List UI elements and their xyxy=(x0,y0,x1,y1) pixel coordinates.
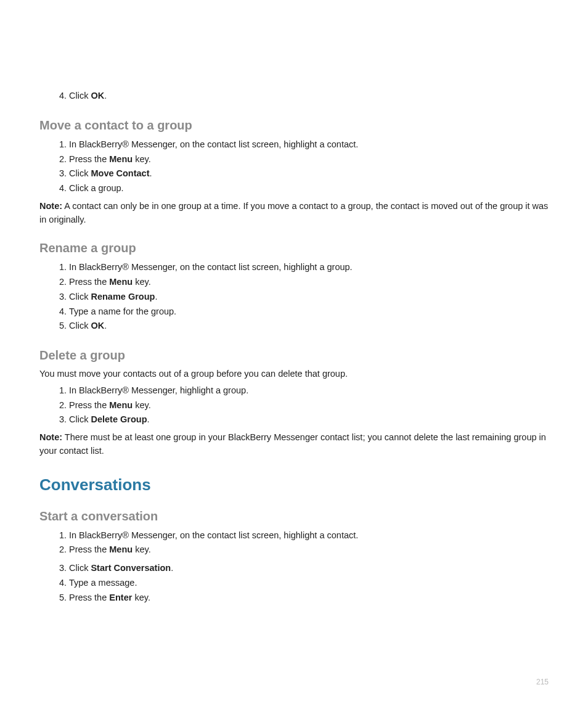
step-text-prefix: Click xyxy=(69,292,91,302)
list-item: Click Move Contact. xyxy=(69,166,549,181)
heading-move-contact: Move a contact to a group xyxy=(39,118,549,133)
step-text-bold: Menu xyxy=(109,544,133,554)
step-text-suffix: . xyxy=(155,292,157,302)
step-text-suffix: key. xyxy=(133,277,151,287)
step-text-bold: Menu xyxy=(109,400,133,410)
note-label: Note: xyxy=(39,432,62,442)
step-text-prefix: Click xyxy=(69,414,91,424)
list-item: In BlackBerry® Messenger, on the contact… xyxy=(69,260,549,275)
step-text-bold: OK xyxy=(91,91,104,101)
step-text-prefix: Click xyxy=(69,321,91,330)
step-text-suffix: . xyxy=(104,91,107,101)
heading-start-conversation: Start a conversation xyxy=(39,509,549,523)
step-text-bold: Delete Group xyxy=(91,414,147,424)
step-text-prefix: Press the xyxy=(69,400,109,410)
list-item: Click OK. xyxy=(69,89,549,104)
step-text-bold: Start Conversation xyxy=(91,563,171,573)
step-text-prefix: Press the xyxy=(69,154,109,164)
list-item: Click Rename Group. xyxy=(69,290,549,305)
step-text: In BlackBerry® Messenger, on the contact… xyxy=(69,139,358,149)
list-item: Type a name for the group. xyxy=(69,305,549,319)
list-item: In BlackBerry® Messenger, highlight a gr… xyxy=(69,384,549,398)
step-text-suffix: . xyxy=(104,321,107,330)
list-item: Press the Menu key. xyxy=(69,275,549,290)
list-item: Click Start Conversation. xyxy=(69,561,549,576)
step-text-bold: Move Contact xyxy=(91,168,149,178)
move-contact-note: Note: A contact can only be in one group… xyxy=(39,200,549,227)
step-text-prefix: Press the xyxy=(69,277,109,287)
step-text-prefix: Press the xyxy=(69,593,109,602)
step-text-suffix: key. xyxy=(133,154,151,164)
step-text-bold: Menu xyxy=(109,154,133,164)
page-number: 215 xyxy=(536,678,549,686)
step-text-suffix: key. xyxy=(133,544,151,554)
step-text-suffix: key. xyxy=(133,400,151,410)
note-label: Note: xyxy=(39,201,62,211)
start-conversation-steps: In BlackBerry® Messenger, on the contact… xyxy=(39,528,549,605)
heading-conversations: Conversations xyxy=(39,475,549,495)
step-text-prefix: Click xyxy=(69,563,91,573)
list-item: Click a group. xyxy=(69,181,549,196)
delete-group-steps: In BlackBerry® Messenger, highlight a gr… xyxy=(39,384,549,427)
list-item: Type a message. xyxy=(69,576,549,591)
list-item: Press the Menu key. xyxy=(69,543,549,557)
step-text-suffix: . xyxy=(150,168,152,178)
step-text-suffix: key. xyxy=(132,593,150,602)
step-text: In BlackBerry® Messenger, highlight a gr… xyxy=(69,385,248,395)
step-text: Type a message. xyxy=(69,578,137,588)
step-text-bold: OK xyxy=(91,321,104,330)
move-contact-steps: In BlackBerry® Messenger, on the contact… xyxy=(39,138,549,196)
prev-section-steps: Click OK. xyxy=(39,89,549,104)
delete-group-note: Note: There must be at least one group i… xyxy=(39,431,549,458)
list-item: Click OK. xyxy=(69,319,549,334)
document-page: Click OK. Move a contact to a group In B… xyxy=(0,0,588,706)
delete-group-intro: You must move your contacts out of a gro… xyxy=(39,367,549,381)
note-body: A contact can only be in one group at a … xyxy=(39,201,548,224)
heading-rename-group: Rename a group xyxy=(39,241,549,255)
heading-delete-group: Delete a group xyxy=(39,348,549,363)
step-text-prefix: Click xyxy=(69,91,91,101)
step-text: Type a name for the group. xyxy=(69,306,176,316)
list-item: In BlackBerry® Messenger, on the contact… xyxy=(69,138,549,152)
step-text-bold: Menu xyxy=(109,277,133,287)
step-text-bold: Enter xyxy=(109,593,132,602)
list-item: In BlackBerry® Messenger, on the contact… xyxy=(69,528,549,543)
list-item: Click Delete Group. xyxy=(69,413,549,427)
step-text: Click a group. xyxy=(69,183,124,193)
note-body: There must be at least one group in your… xyxy=(39,432,546,456)
list-item: Press the Menu key. xyxy=(69,398,549,413)
step-text-prefix: Press the xyxy=(69,544,109,554)
step-text-suffix: . xyxy=(147,414,150,424)
step-text-bold: Rename Group xyxy=(91,292,155,302)
list-item: Press the Enter key. xyxy=(69,591,549,605)
list-item: Press the Menu key. xyxy=(69,152,549,167)
step-text: In BlackBerry® Messenger, on the contact… xyxy=(69,262,353,272)
step-text-suffix: . xyxy=(171,563,173,573)
step-text-prefix: Click xyxy=(69,168,91,178)
step-text: In BlackBerry® Messenger, on the contact… xyxy=(69,530,358,540)
rename-group-steps: In BlackBerry® Messenger, on the contact… xyxy=(39,260,549,334)
